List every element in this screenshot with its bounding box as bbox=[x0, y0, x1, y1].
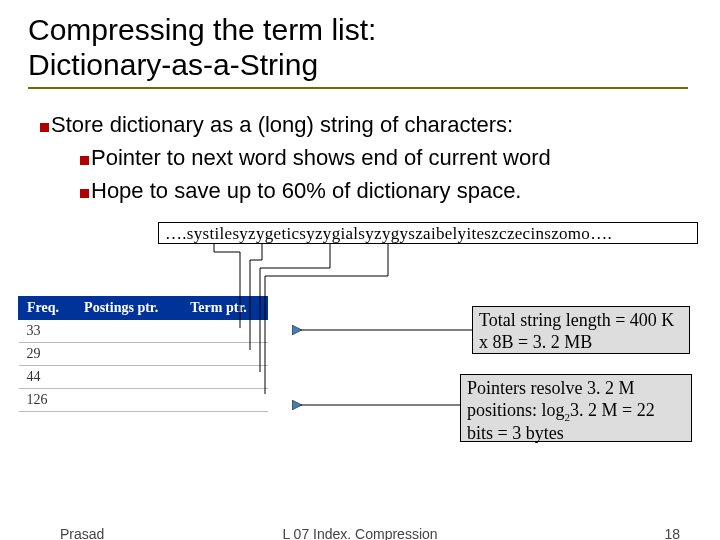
callout-total-length-text: Total string length = 400 K x 8B = 3. 2 … bbox=[479, 310, 674, 352]
footer-title: L 07 Index. Compression bbox=[0, 526, 720, 540]
table-row: 33.. bbox=[19, 320, 268, 343]
title-line1: Compressing the term list: bbox=[28, 13, 376, 46]
table-row: 29.. bbox=[19, 343, 268, 366]
col-termptr: Term ptr. bbox=[182, 297, 268, 320]
dictionary-string-box: ….systilesyzygeticsyzygialsyzygyszaibely… bbox=[158, 222, 698, 244]
footer-page: 18 bbox=[664, 526, 680, 540]
col-postings: Postings ptr. bbox=[76, 297, 182, 320]
bullet-icon bbox=[80, 189, 89, 198]
table-row: 126.. bbox=[19, 389, 268, 412]
bullet-hope-text: Hope to save up to 60% of dictionary spa… bbox=[91, 178, 521, 203]
cell-freq: 44 bbox=[19, 366, 76, 389]
bullet-pointer-text: Pointer to next word shows end of curren… bbox=[91, 145, 551, 170]
bullet-icon bbox=[40, 123, 49, 132]
table-header-row: Freq. Postings ptr. Term ptr. bbox=[19, 297, 268, 320]
title-line2: Dictionary-as-a-String bbox=[28, 48, 318, 81]
cell-freq: 126 bbox=[19, 389, 76, 412]
bullet-icon bbox=[80, 156, 89, 165]
col-freq: Freq. bbox=[19, 297, 76, 320]
callout-pointers: Pointers resolve 3. 2 M positions: log23… bbox=[460, 374, 692, 442]
body-text: Store dictionary as a (long) string of c… bbox=[40, 112, 680, 204]
table-row: 44.. bbox=[19, 366, 268, 389]
bullet-hope: Hope to save up to 60% of dictionary spa… bbox=[80, 178, 680, 205]
cell-freq: 29 bbox=[19, 343, 76, 366]
dictionary-string: ….systilesyzygeticsyzygialsyzygyszaibely… bbox=[165, 224, 612, 243]
callout-total-length: Total string length = 400 K x 8B = 3. 2 … bbox=[472, 306, 690, 354]
term-table: Freq. Postings ptr. Term ptr. 33.. 29.. … bbox=[18, 296, 268, 412]
cell-freq: 33 bbox=[19, 320, 76, 343]
slide: Compressing the term list: Dictionary-as… bbox=[0, 0, 720, 540]
bullet-store-text: Store dictionary as a (long) string of c… bbox=[51, 112, 513, 137]
bullet-pointer: Pointer to next word shows end of curren… bbox=[80, 145, 680, 172]
slide-title: Compressing the term list: Dictionary-as… bbox=[28, 12, 688, 89]
bullet-store: Store dictionary as a (long) string of c… bbox=[40, 112, 680, 139]
